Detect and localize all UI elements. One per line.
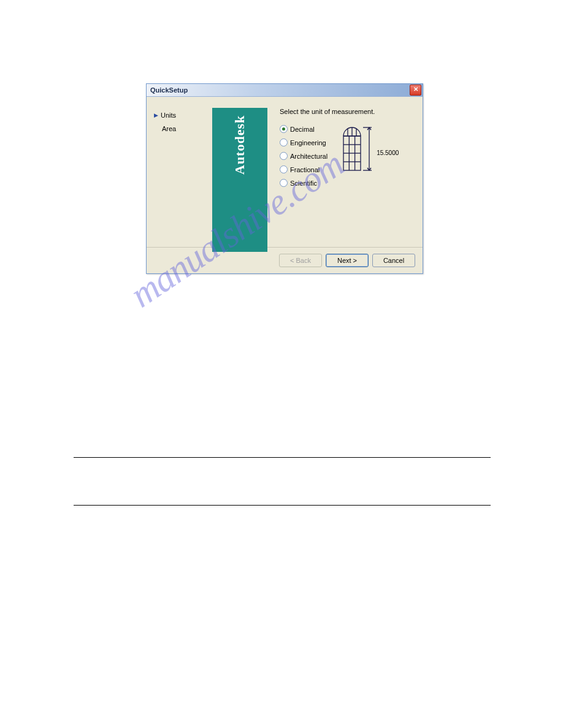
dialog-title: QuickSetup (150, 86, 188, 94)
radio-label: Decimal (290, 126, 315, 133)
nav-label-units: Units (161, 112, 176, 119)
radio-icon (280, 165, 288, 173)
next-button[interactable]: Next > (326, 254, 369, 267)
horizontal-rule (74, 457, 491, 458)
options-row: Decimal Engineering Architectural Fracti… (280, 125, 415, 187)
radio-fractional[interactable]: Fractional (280, 165, 327, 173)
arrow-icon: ▶ (154, 112, 158, 118)
wizard-nav: ▶ Units Area (154, 108, 212, 241)
dialog-titlebar: QuickSetup ✕ (147, 84, 423, 97)
back-button: < Back (279, 254, 322, 267)
dialog-body: ▶ Units Area Autodesk Select the unit of… (147, 97, 423, 247)
brand-text: Autodesk (232, 115, 248, 175)
radio-label: Fractional (290, 166, 320, 173)
radio-scientific[interactable]: Scientific (280, 179, 327, 187)
nav-item-area[interactable]: Area (154, 125, 212, 132)
nav-item-units[interactable]: ▶ Units (154, 112, 212, 119)
instruction-text: Select the unit of measurement. (280, 108, 415, 115)
dialog-content: Select the unit of measurement. Decimal … (267, 108, 415, 241)
radio-label: Architectural (290, 153, 327, 160)
radio-decimal[interactable]: Decimal (280, 125, 327, 133)
radio-icon (280, 138, 288, 146)
dialog-footer: < Back Next > Cancel (147, 247, 423, 273)
unit-preview: 15.5000 (340, 125, 401, 186)
radio-icon (280, 152, 288, 160)
dimension-value: 15.5000 (377, 150, 399, 156)
horizontal-rule (74, 505, 491, 506)
radio-icon (280, 125, 288, 133)
cancel-button[interactable]: Cancel (372, 254, 415, 267)
unit-radio-group: Decimal Engineering Architectural Fracti… (280, 125, 327, 187)
nav-label-area: Area (162, 125, 176, 132)
radio-engineering[interactable]: Engineering (280, 138, 327, 146)
radio-icon (280, 179, 288, 187)
radio-label: Scientific (290, 180, 317, 187)
quicksetup-dialog: QuickSetup ✕ ▶ Units Area Autodesk Selec… (146, 83, 423, 274)
radio-architectural[interactable]: Architectural (280, 152, 327, 160)
close-button[interactable]: ✕ (410, 85, 421, 96)
radio-label: Engineering (290, 139, 326, 146)
autodesk-banner: Autodesk (212, 108, 267, 252)
